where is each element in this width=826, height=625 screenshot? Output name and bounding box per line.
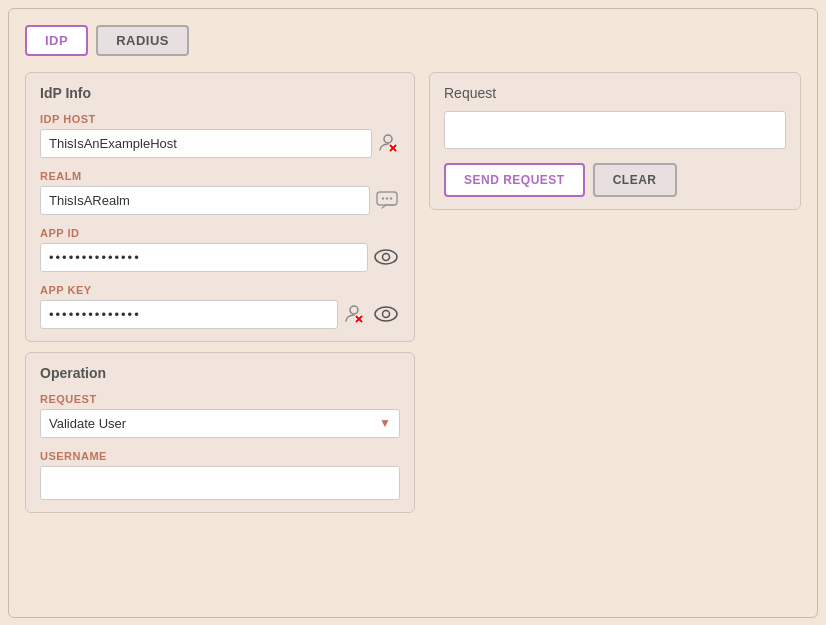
app-id-label: APP ID xyxy=(40,227,400,239)
request-group: REQUEST Validate User ▼ xyxy=(40,393,400,438)
dropdown-arrow-icon: ▼ xyxy=(379,416,391,430)
idp-host-row xyxy=(40,129,400,158)
app-key-input[interactable] xyxy=(40,300,338,329)
request-panel-title: Request xyxy=(444,85,786,101)
realm-chat-button[interactable] xyxy=(374,189,400,211)
send-request-button[interactable]: SEND REQUEST xyxy=(444,163,585,197)
svg-point-10 xyxy=(350,306,358,314)
clear-button[interactable]: CLEAR xyxy=(593,163,677,197)
request-textarea[interactable] xyxy=(444,111,786,149)
request-buttons: SEND REQUEST CLEAR xyxy=(444,163,786,197)
username-label: USERNAME xyxy=(40,450,400,462)
app-key-group: APP KEY xyxy=(40,284,400,329)
app-key-row xyxy=(40,300,400,329)
idp-host-clear-button[interactable] xyxy=(376,131,400,155)
svg-point-5 xyxy=(382,197,384,199)
svg-point-7 xyxy=(390,197,392,199)
svg-point-14 xyxy=(375,307,397,321)
idp-host-input[interactable] xyxy=(40,129,372,158)
idp-host-group: IDP HOST xyxy=(40,113,400,158)
app-key-label: APP KEY xyxy=(40,284,400,296)
app-id-row xyxy=(40,243,400,272)
right-panel: Request SEND REQUEST CLEAR xyxy=(429,72,801,601)
svg-point-6 xyxy=(386,197,388,199)
realm-row xyxy=(40,186,400,215)
request-card: Request SEND REQUEST CLEAR xyxy=(429,72,801,210)
request-dropdown[interactable]: Validate User ▼ xyxy=(40,409,400,438)
app-id-eye-button[interactable] xyxy=(372,247,400,267)
main-container: IDP RADIUS IdP Info IDP HOST xyxy=(8,8,818,618)
svg-point-0 xyxy=(384,135,392,143)
realm-group: REALM xyxy=(40,170,400,215)
person-x-icon xyxy=(378,133,398,153)
operation-card: Operation REQUEST Validate User ▼ USERNA… xyxy=(25,352,415,513)
request-label: REQUEST xyxy=(40,393,400,405)
svg-point-9 xyxy=(383,254,390,261)
app-key-clear-button[interactable] xyxy=(342,302,366,326)
app-key-eye-button[interactable] xyxy=(372,304,400,324)
app-id-input[interactable] xyxy=(40,243,368,272)
content-area: IdP Info IDP HOST xyxy=(25,72,801,601)
realm-label: REALM xyxy=(40,170,400,182)
realm-input[interactable] xyxy=(40,186,370,215)
left-panel: IdP Info IDP HOST xyxy=(25,72,415,601)
username-input[interactable] xyxy=(40,466,400,500)
tab-idp[interactable]: IDP xyxy=(25,25,88,56)
svg-point-15 xyxy=(383,311,390,318)
username-group: USERNAME xyxy=(40,450,400,500)
idp-info-title: IdP Info xyxy=(40,85,400,101)
tab-radius[interactable]: RADIUS xyxy=(96,25,189,56)
idp-info-card: IdP Info IDP HOST xyxy=(25,72,415,342)
operation-title: Operation xyxy=(40,365,400,381)
idp-host-label: IDP HOST xyxy=(40,113,400,125)
request-dropdown-value: Validate User xyxy=(49,416,379,431)
svg-point-8 xyxy=(375,250,397,264)
top-tabs: IDP RADIUS xyxy=(25,25,801,56)
app-id-group: APP ID xyxy=(40,227,400,272)
